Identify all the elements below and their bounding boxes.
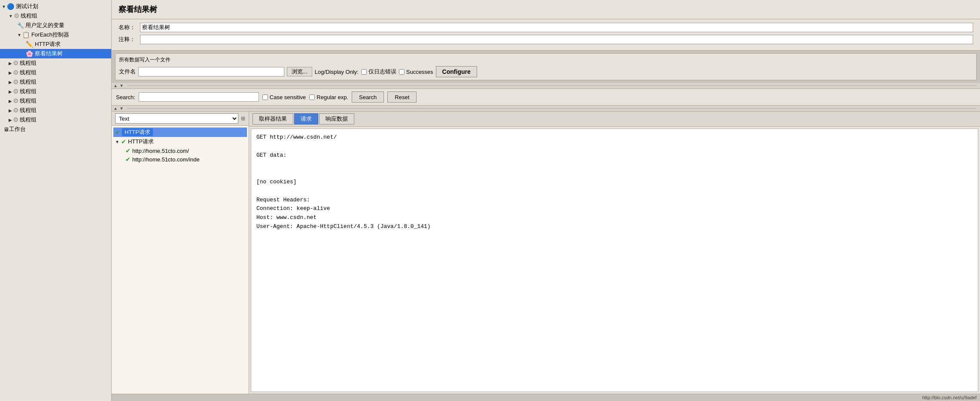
case-sensitive-label: Case sensitive — [270, 94, 306, 100]
form-section: 名称： 注释： — [112, 19, 980, 51]
view-type-select[interactable]: Text JSON HTML XML — [115, 113, 238, 124]
node-label-http2: HTTP请求 — [128, 138, 154, 146]
node-label-url2: http://home.51cto.com/inde — [132, 156, 200, 163]
regular-exp-label: Regular exp. — [317, 94, 348, 100]
gear-icon: ⚙ — [13, 69, 18, 76]
comment-input[interactable] — [140, 35, 973, 44]
sidebar-item-tg4[interactable]: ▶ ⚙ 线程组 — [0, 87, 111, 96]
request-content: GET http://www.csdn.net/ GET data: [no c… — [251, 128, 978, 392]
http-request-label: HTTP请求 — [35, 40, 61, 48]
status-bar: http://blo.csdn.net/u/9adef — [112, 394, 980, 401]
only-errors-group: 仅日志错误 — [361, 68, 396, 76]
gear-icon: ⚙ — [13, 116, 18, 124]
toggle-icon: ▶ — [9, 80, 12, 85]
right-panel: 取样器结果 请求 响应数据 GET http://www.csdn.net/ G… — [249, 112, 980, 394]
arrow-down-icon[interactable]: ▼ — [119, 83, 124, 88]
sidebar-item-tg1[interactable]: ▶ ⚙ 线程组 — [0, 58, 111, 68]
gear-icon: ⚙ — [13, 97, 18, 105]
file-row: 文件名 浏览... Log/Display Only: 仅日志错误 Succes… — [119, 66, 973, 77]
successes-group: Successes — [399, 69, 433, 75]
sidebar-item-tg2[interactable]: ▶ ⚙ 线程组 — [0, 68, 111, 77]
main-panel: 察看结果树 名称： 注释： 所有数据写入一个文件 文件名 浏览... Log/D… — [112, 0, 980, 401]
workbench-icon: 🖥 — [3, 126, 9, 133]
sidebar-item-tg5[interactable]: ▶ ⚙ 线程组 — [0, 96, 111, 106]
tab-sampler-results[interactable]: 取样器结果 — [253, 113, 293, 125]
panel-title: 察看结果树 — [112, 0, 980, 19]
only-errors-checkbox[interactable] — [361, 69, 367, 75]
file-input[interactable] — [138, 67, 284, 76]
node-label-selected: HTTP请求 — [122, 128, 153, 136]
log-display-label: Log/Display Only: — [315, 69, 359, 75]
results-tree-content: ✔ HTTP请求 ▼ ✔ HTTP请求 ✔ http://home.51cto.… — [112, 126, 249, 394]
gear-icon: ⚙ — [14, 12, 19, 20]
right-panel-tabs: 取样器结果 请求 响应数据 — [249, 112, 980, 127]
toggle-icon: ▼ — [115, 140, 119, 144]
check-icon3: ✔ — [125, 147, 131, 154]
tree-node-url2[interactable]: ✔ http://home.51cto.com/inde — [113, 155, 247, 164]
arrow-down-icon2[interactable]: ▼ — [119, 106, 124, 111]
sidebar-item-thread-group-main[interactable]: ▼ ⚙ 线程组 — [0, 11, 111, 21]
gear-icon: ⚙ — [13, 88, 18, 95]
toggle-icon: ▶ — [9, 118, 12, 122]
gear-icon: ⚙ — [13, 78, 18, 86]
toggle-icon: ▶ — [9, 61, 12, 66]
gear-icon: ⚙ — [13, 59, 18, 67]
sidebar-item-tg6[interactable]: ▶ ⚙ 线程组 — [0, 106, 111, 115]
sidebar-item-tg3[interactable]: ▶ ⚙ 线程组 — [0, 77, 111, 87]
file-label: 文件名 — [119, 68, 136, 76]
view-results-icon: 🌸 — [26, 50, 33, 57]
workbench-label: 工作台 — [9, 125, 26, 133]
sidebar-item-test-plan[interactable]: ▼ 🔵 测试计划 — [0, 2, 111, 11]
name-label: 名称： — [119, 24, 140, 31]
sidebar-item-foreach[interactable]: ▼ 📋 ForEach控制器 — [0, 30, 111, 39]
comment-row: 注释： — [119, 35, 973, 44]
regular-exp-group: Regular exp. — [309, 94, 348, 100]
sidebar-item-view-results[interactable]: 🌸 察看结果树 — [0, 49, 111, 58]
tab-request[interactable]: 请求 — [294, 113, 318, 125]
sidebar-item-tg7[interactable]: ▶ ⚙ 线程组 — [0, 115, 111, 125]
sidebar-item-user-vars[interactable]: 🔧 用户定义的变量 — [0, 21, 111, 30]
tree-panel-header: Text JSON HTML XML ⊞ — [112, 112, 249, 126]
case-sensitive-group: Case sensitive — [262, 94, 306, 100]
results-tree-panel: Text JSON HTML XML ⊞ ✔ HTTP请求 ▼ ✔ HTTP请求 — [112, 112, 249, 394]
foreach-label: ForEach控制器 — [31, 31, 69, 39]
toggle-icon: ▶ — [9, 70, 12, 75]
panel-title-text: 察看结果树 — [119, 5, 157, 14]
case-sensitive-checkbox[interactable] — [262, 94, 268, 100]
toggle-icon: ▼ — [2, 4, 6, 9]
foreach-icon: 📋 — [22, 31, 30, 38]
reset-button[interactable]: Reset — [387, 91, 417, 103]
file-section: 所有数据写入一个文件 文件名 浏览... Log/Display Only: 仅… — [115, 53, 977, 80]
browse-button[interactable]: 浏览... — [287, 67, 312, 76]
search-label: Search: — [116, 94, 135, 100]
test-plan-label: 测试计划 — [16, 3, 38, 10]
user-vars-label: 用户定义的变量 — [25, 21, 64, 29]
gear-icon: ⚙ — [13, 106, 18, 114]
configure-button[interactable]: Configure — [436, 66, 477, 77]
check-icon4: ✔ — [125, 156, 131, 163]
regular-exp-checkbox[interactable] — [309, 94, 315, 100]
divider-bar-bottom: ▲ ▼ — [112, 106, 980, 112]
expand-icon[interactable]: ⊞ — [241, 115, 245, 122]
toggle-icon: ▼ — [17, 33, 21, 37]
node-label-url1: http://home.51cto.com/ — [132, 148, 189, 154]
sidebar-item-http-request[interactable]: ✏️ HTTP请求 — [0, 39, 111, 49]
toggle-icon: ▶ — [9, 108, 12, 113]
arrow-up-icon2[interactable]: ▲ — [113, 106, 118, 111]
tab-response-data[interactable]: 响应数据 — [319, 113, 354, 125]
thread-group-label: 线程组 — [21, 12, 37, 20]
successes-checkbox[interactable] — [399, 69, 405, 75]
content-area: Text JSON HTML XML ⊞ ✔ HTTP请求 ▼ ✔ HTTP请求 — [112, 112, 980, 394]
arrow-up-icon[interactable]: ▲ — [113, 83, 118, 88]
sidebar-item-workbench[interactable]: 🖥 工作台 — [0, 125, 111, 134]
tree-node-http2[interactable]: ▼ ✔ HTTP请求 — [113, 137, 247, 146]
search-button[interactable]: Search — [352, 91, 384, 103]
name-input[interactable] — [140, 23, 973, 32]
file-section-title: 所有数据写入一个文件 — [119, 56, 973, 64]
search-input[interactable] — [139, 92, 259, 102]
tree-node-http1-selected[interactable]: ✔ HTTP请求 — [113, 128, 247, 137]
comment-label: 注释： — [119, 36, 140, 43]
tree-node-url1[interactable]: ✔ http://home.51cto.com/ — [113, 146, 247, 155]
toggle-icon: ▶ — [9, 89, 12, 94]
view-results-label: 察看结果树 — [35, 50, 63, 58]
